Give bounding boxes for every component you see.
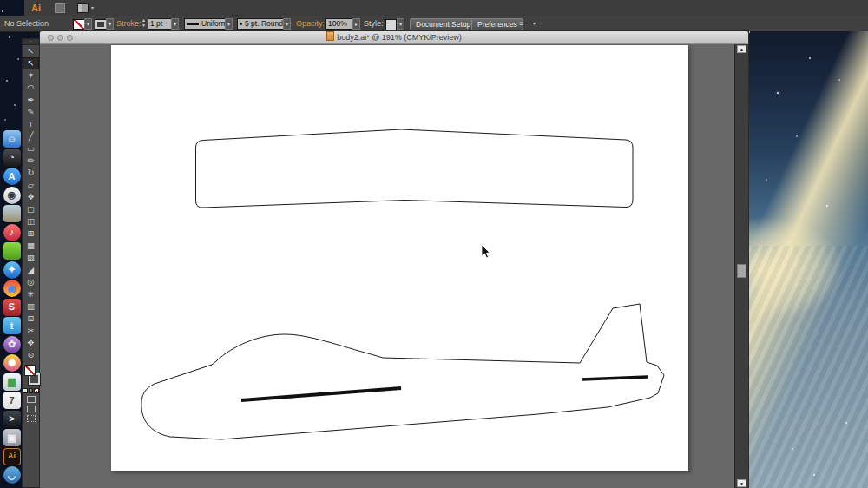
style-swatch[interactable]	[385, 19, 397, 30]
stroke-swatch[interactable]	[95, 19, 107, 30]
artboard[interactable]	[111, 45, 688, 471]
stroke-dropdown[interactable]: ▾	[106, 18, 114, 30]
tool-blend[interactable]: ◎	[23, 276, 39, 288]
dock-calendar[interactable]: 7	[3, 392, 21, 409]
dock-preview[interactable]: ▣	[3, 429, 21, 446]
selection-status: No Selection	[4, 19, 49, 28]
tool-magic-wand[interactable]: ✶	[23, 69, 39, 82]
tool-lasso[interactable]: ◠	[23, 82, 39, 94]
none-button[interactable]	[34, 388, 39, 393]
draw-behind-button[interactable]	[27, 406, 36, 412]
tool-shape-builder[interactable]: ◫	[23, 215, 39, 228]
dock-color-wheel[interactable]: ✺	[3, 354, 21, 372]
chevron-down-icon: ▾	[91, 5, 94, 10]
scrollbar-thumb[interactable]	[737, 264, 746, 278]
scroll-down-arrow[interactable]: ▼	[737, 479, 746, 487]
tool-column-graph[interactable]: ▥	[23, 300, 39, 313]
tool-width-tool[interactable]: ❖	[23, 191, 39, 203]
dock-numbers[interactable]: ▆	[3, 373, 21, 391]
tool-mesh[interactable]: ▦	[23, 240, 39, 252]
tool-rectangle[interactable]: ▭	[23, 142, 39, 155]
scroll-up-arrow[interactable]: ▲	[737, 45, 746, 53]
preferences-button[interactable]: Preferences	[471, 18, 523, 30]
screen-mode-button[interactable]	[27, 415, 36, 422]
opacity-dropdown[interactable]: ▸	[352, 18, 360, 30]
dock-terminal[interactable]: >	[3, 411, 21, 428]
tool-type[interactable]: T	[23, 118, 39, 130]
application-bar: Ai ▾	[24, 0, 868, 16]
stroke-label[interactable]: Stroke:	[116, 19, 141, 28]
dock-activity-gauge[interactable]: ◔	[3, 149, 21, 167]
dock-safari[interactable]: ✦	[3, 261, 21, 279]
draw-normal-button[interactable]	[27, 396, 36, 403]
tool-eyedropper[interactable]: ◢	[23, 264, 39, 276]
opacity-label[interactable]: Opacity:	[296, 19, 325, 28]
tool-pencil[interactable]: ✎	[23, 106, 39, 118]
wing-shape[interactable]	[196, 129, 634, 208]
dock-skitch[interactable]: S	[3, 299, 21, 316]
dock-itunes[interactable]: ♪	[3, 224, 21, 241]
skitch-glyph: S	[9, 302, 15, 312]
compass-app-glyph: ◡	[8, 471, 16, 480]
brush-dropdown[interactable]: ▾	[283, 18, 291, 30]
opacity-field[interactable]: 100%	[326, 18, 353, 30]
arrange-documents-icon	[77, 3, 89, 13]
color-button[interactable]	[23, 388, 28, 393]
one-password-glyph: ◉	[8, 190, 16, 200]
wallpaper-stars	[748, 31, 750, 33]
fill-dropdown[interactable]: ▾	[84, 18, 92, 30]
dock-illustrator[interactable]: Ai	[3, 448, 21, 465]
screen: Ai ▾ No Selection ▾ ▾ Stroke: ▲▼ 1 pt ▾ …	[0, 0, 868, 488]
dock-photos[interactable]	[3, 205, 21, 222]
tool-free-transform[interactable]: ▢	[23, 203, 39, 215]
tool-hand[interactable]: ✥	[23, 337, 39, 349]
tools-panel-tab[interactable]: ••	[23, 39, 39, 45]
dock-one-password[interactable]: ◉	[3, 187, 21, 204]
brush-select[interactable]: 5 pt. Round	[237, 18, 284, 30]
tool-symbol-sprayer[interactable]: ✳	[23, 288, 39, 300]
dock-finder[interactable]: ☺	[3, 130, 21, 148]
dock-evernote[interactable]	[3, 242, 21, 260]
dock-twitter[interactable]: t	[3, 317, 21, 334]
arrange-documents-button[interactable]: ▾	[77, 3, 94, 13]
stroke-weight-stepper[interactable]: ▲▼	[141, 18, 146, 28]
fill-none-swatch[interactable]	[73, 19, 85, 30]
dock-compass-app[interactable]: ◡	[3, 466, 21, 484]
tool-selection[interactable]: ↖	[23, 45, 39, 57]
tool-slice[interactable]: ✂	[23, 325, 39, 337]
width-profile-select[interactable]: Uniform	[184, 18, 226, 30]
color-mode-buttons	[23, 388, 39, 393]
align-stroke-icon[interactable]: ≡	[519, 19, 523, 28]
canvas-area: ▲ ▼	[40, 44, 748, 488]
app-store-glyph: A	[9, 172, 16, 181]
gradient-button[interactable]	[29, 388, 34, 393]
tool-gradient[interactable]: ▧	[23, 252, 39, 264]
style-dropdown[interactable]: ▾	[397, 18, 404, 30]
document-setup-button[interactable]: Document Setup	[410, 18, 477, 30]
stroke-weight-dropdown[interactable]: ▾	[171, 18, 179, 30]
app-frame-button[interactable]	[55, 3, 65, 13]
window-titlebar[interactable]: body2.ai* @ 191% (CMYK/Preview)	[40, 31, 748, 44]
fuselage-shape[interactable]	[141, 304, 664, 439]
desktop-wallpaper	[748, 31, 868, 488]
tool-perspective-grid[interactable]: ⊞	[23, 228, 39, 240]
tool-rotate[interactable]: ↻	[23, 167, 39, 179]
vertical-scrollbar[interactable]: ▲ ▼	[734, 44, 748, 488]
stroke-weight-field[interactable]: 1 pt	[148, 18, 172, 30]
tool-paintbrush[interactable]: ✏	[23, 155, 39, 167]
itunes-glyph: ♪	[10, 228, 15, 237]
tool-line-segment[interactable]: ╱	[23, 130, 39, 142]
width-profile-dropdown[interactable]: ▾	[225, 18, 233, 30]
tool-pen[interactable]: ✒	[23, 94, 39, 106]
tool-direct-selection[interactable]: ↖	[23, 57, 39, 69]
dock-app-store[interactable]: A	[3, 168, 21, 185]
tool-scale[interactable]: ▱	[23, 179, 39, 191]
artwork	[111, 45, 688, 471]
align-dropdown[interactable]: ▾	[530, 18, 538, 30]
dock-chrome[interactable]: ◉	[3, 280, 21, 297]
fill-none-indicator[interactable]	[24, 365, 36, 376]
tool-artboard[interactable]: ⊡	[23, 313, 39, 325]
tool-zoom[interactable]: ⊙	[23, 349, 39, 361]
dock-aperture[interactable]: ✿	[3, 336, 21, 353]
desktop-stars	[2, 10, 3, 12]
